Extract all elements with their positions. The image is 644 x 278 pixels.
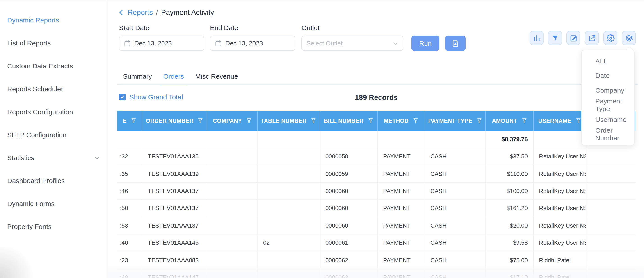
start-date-value: Dec 13, 2023 xyxy=(134,40,172,47)
cell-payment_type: CASH xyxy=(425,234,486,252)
column-header-method[interactable]: METHOD xyxy=(378,111,425,131)
report-tabs: SummaryOrdersMisc Revenue xyxy=(120,72,242,85)
sidebar-item-label: Custom Data Extracts xyxy=(7,62,73,70)
start-date-input[interactable]: Dec 13, 2023 xyxy=(119,35,204,51)
tab-summary[interactable]: Summary xyxy=(120,72,156,85)
sidebar-item-statistics[interactable]: Statistics xyxy=(0,146,108,169)
chart-view-button[interactable] xyxy=(530,31,544,45)
cell-extra xyxy=(586,234,636,252)
filter-funnel-icon[interactable] xyxy=(412,118,418,124)
edit-button[interactable] xyxy=(566,31,580,45)
cell-method: PAYMENT xyxy=(378,269,425,278)
sidebar-item-reports-configuration[interactable]: Reports Configuration xyxy=(0,100,108,123)
edit-icon xyxy=(570,34,578,42)
cell-time: :48 xyxy=(117,269,142,278)
sidebar-item-dynamic-reports[interactable]: Dynamic Reports xyxy=(0,8,108,31)
cell-order_number: TESTEV01AAA083 xyxy=(142,252,207,269)
filter-funnel-icon[interactable] xyxy=(368,118,374,124)
filter-funnel-icon[interactable] xyxy=(198,118,204,124)
sidebar-item-property-fonts[interactable]: Property Fonts xyxy=(0,215,108,238)
page-title: Payment Activity xyxy=(161,8,214,17)
outlet-select[interactable]: Select Outlet xyxy=(302,35,403,51)
cell-bill_number: 0000060 xyxy=(320,217,378,234)
table-row[interactable]: :48TESTEV01AAA1470000063PAYMENTCASH$17.1… xyxy=(117,269,636,278)
cell-payment_type: CASH xyxy=(425,217,486,234)
cell-username: RetailKey User NS xyxy=(534,165,586,183)
tab-orders[interactable]: Orders xyxy=(160,72,188,85)
end-date-input[interactable]: Dec 13, 2023 xyxy=(210,35,295,51)
table-row[interactable]: :46TESTEV01AAA1370000060PAYMENTCASH$100.… xyxy=(117,183,636,200)
column-header-bill-number[interactable]: BILL NUMBER xyxy=(320,111,378,131)
settings-button[interactable] xyxy=(604,31,618,45)
group-by-option-payment-type[interactable]: Payment Type xyxy=(582,97,634,112)
sidebar-item-reports-scheduler[interactable]: Reports Scheduler xyxy=(0,77,108,100)
filter-button[interactable] xyxy=(548,31,562,45)
cell-extra xyxy=(586,269,636,278)
cell-method: PAYMENT xyxy=(378,165,425,183)
filter-funnel-icon[interactable] xyxy=(476,118,482,124)
sidebar-item-custom-data-extracts[interactable]: Custom Data Extracts xyxy=(0,54,108,77)
column-header-username[interactable]: USERNAME xyxy=(534,111,586,131)
column-header-payment-type[interactable]: PAYMENT TYPE xyxy=(425,111,486,131)
cell-time: :40 xyxy=(117,234,142,252)
export-button[interactable] xyxy=(445,35,466,51)
filter-icon xyxy=(551,34,559,42)
filter-funnel-icon[interactable] xyxy=(310,118,316,124)
column-header-table-number[interactable]: TABLE NUMBER xyxy=(258,111,320,131)
checkbox-checked-icon[interactable] xyxy=(119,94,126,100)
sidebar-item-sftp-configuration[interactable]: SFTP Configuration xyxy=(0,123,108,146)
chevron-down-icon xyxy=(93,154,100,161)
sidebar-item-dynamic-forms[interactable]: Dynamic Forms xyxy=(0,192,108,215)
group-by-option-username[interactable]: Username xyxy=(582,112,634,127)
breadcrumb-reports-link[interactable]: Reports xyxy=(128,8,153,17)
cell-time: :50 xyxy=(117,200,142,217)
cell-table_number: 02 xyxy=(258,234,320,252)
group-by-option-order-number[interactable]: Order Number xyxy=(582,127,634,141)
cell-extra xyxy=(586,217,636,234)
table-row[interactable]: :53TESTEV01AAA1370000060PAYMENTCASH$20.0… xyxy=(117,217,636,234)
column-header-company[interactable]: COMPANY xyxy=(207,111,258,131)
cell-amount: $9.58 xyxy=(486,234,534,252)
group-by-option-all[interactable]: ALL xyxy=(582,54,634,68)
tab-misc-revenue[interactable]: Misc Revenue xyxy=(192,72,242,85)
run-button[interactable]: Run xyxy=(412,35,440,51)
column-label: E xyxy=(122,118,126,124)
table-row[interactable]: :23TESTEV01AAA0830000062PAYMENTCASH$75.0… xyxy=(117,252,636,269)
show-grand-total-toggle[interactable]: Show Grand Total xyxy=(119,93,183,101)
column-header-amount[interactable]: AMOUNT xyxy=(486,111,534,131)
sidebar-item-label: Reports Configuration xyxy=(7,108,73,116)
filter-funnel-icon[interactable] xyxy=(575,118,581,124)
table-body: :32TESTEV01AAA1350000058PAYMENTCASH$37.5… xyxy=(117,148,636,278)
table-row[interactable]: :50TESTEV01AAA1370000060PAYMENTCASH$161.… xyxy=(117,200,636,217)
sidebar-item-dashboard-profiles[interactable]: Dashboard Profiles xyxy=(0,169,108,192)
column-header-e[interactable]: E xyxy=(117,111,142,131)
cell-payment_type: CASH xyxy=(425,252,486,269)
table-row[interactable]: :40TESTEV01AAA145020000061PAYMENTCASH$9.… xyxy=(117,234,636,252)
table-row[interactable]: :32TESTEV01AAA1350000058PAYMENTCASH$37.5… xyxy=(117,148,636,165)
cell-bill_number xyxy=(320,131,378,148)
gear-icon xyxy=(606,34,614,42)
sidebar: Dynamic ReportsList of ReportsCustom Dat… xyxy=(0,0,108,278)
table-row[interactable]: :35TESTEV01AAA1390000059PAYMENTCASH$110.… xyxy=(117,165,636,183)
cell-order_number: TESTEV01AAA139 xyxy=(142,165,207,183)
filter-funnel-icon[interactable] xyxy=(246,118,252,124)
cell-table_number xyxy=(258,165,320,183)
group-by-option-date[interactable]: Date xyxy=(582,68,634,83)
open-external-button[interactable] xyxy=(585,31,599,45)
app-window: Dynamic ReportsList of ReportsCustom Dat… xyxy=(0,0,644,278)
filter-funnel-icon[interactable] xyxy=(131,118,136,124)
cell-extra xyxy=(586,165,636,183)
group-by-button[interactable] xyxy=(622,31,636,45)
filter-funnel-icon[interactable] xyxy=(521,118,527,124)
group-by-option-company[interactable]: Company xyxy=(582,83,634,97)
back-chevron-icon[interactable] xyxy=(118,9,124,16)
cell-company xyxy=(207,131,258,148)
grand-total-row: $8,379.76 xyxy=(117,131,636,148)
cell-table_number xyxy=(258,183,320,200)
column-header-order-number[interactable]: ORDER NUMBER xyxy=(142,111,207,131)
cell-amount: $17.10 xyxy=(486,269,534,278)
sidebar-item-list-of-reports[interactable]: List of Reports xyxy=(0,31,108,54)
cell-extra xyxy=(586,148,636,165)
sidebar-item-label: Dynamic Reports xyxy=(7,16,59,24)
cell-company xyxy=(207,217,258,234)
